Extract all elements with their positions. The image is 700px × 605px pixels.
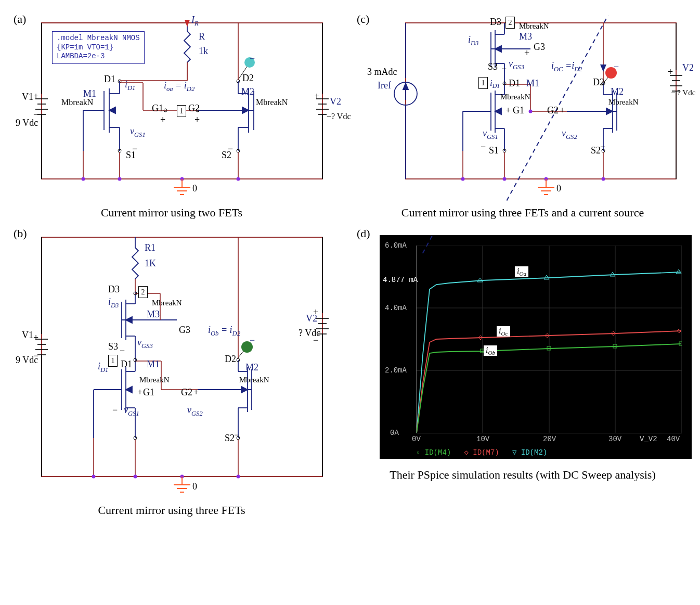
svg-marker-4: [185, 20, 190, 27]
lbl-vGS1: vGS1: [130, 126, 146, 139]
svg-marker-80: [495, 108, 501, 114]
lbl-M1b: M1: [147, 359, 160, 370]
lbl-plusG2b: +: [193, 387, 199, 398]
lbl-iD3c: iD3: [468, 34, 478, 47]
svg-point-174: [92, 475, 96, 479]
plot-axes: [416, 246, 682, 433]
panel-c: (c): [354, 10, 692, 220]
panel-b: (b): [10, 225, 333, 517]
panel-b-label: (b): [14, 227, 27, 240]
probe-minus-c: −: [614, 61, 619, 72]
lbl-R1b: R1: [145, 242, 155, 253]
spice-model-box: .model MbreakN NMOS {KP=1m VTO=1} LAMBDA…: [52, 31, 145, 64]
lbl-Mbk1b: MbreakN: [139, 376, 169, 384]
lbl-V2c: V2: [682, 62, 694, 73]
xtick-0: 0V: [412, 435, 421, 443]
lbl-plusG1c: +: [505, 105, 511, 116]
lbl-vGS2c: vGS2: [562, 128, 577, 141]
panel-a: (a) .model MbreakN NMOS {KP=1m VTO=1} LA…: [10, 10, 333, 220]
lbl-V2valc: − ? Vdc: [671, 88, 695, 97]
lbl-Mbk2c: MbreakN: [608, 98, 638, 107]
probe-minus-a: −: [250, 53, 255, 64]
lbl-IR: IR: [191, 15, 199, 28]
lbl-R: R: [199, 31, 205, 42]
node1-box-b: 1: [108, 355, 118, 367]
node1-box: 1: [177, 105, 186, 117]
lbl-S2mc: −: [600, 141, 605, 152]
lbl-Mbk2b: MbreakN: [239, 376, 269, 384]
lbl-S3mb: −: [120, 345, 125, 356]
xtick-2: 20V: [543, 435, 556, 443]
model-line3: LAMBDA=2e-3: [57, 52, 140, 61]
lbl-G3c: G3: [534, 42, 545, 53]
lbl-G2b: G2: [181, 387, 192, 398]
svg-rect-120: [42, 237, 322, 477]
lbl-M2b: M2: [245, 362, 258, 373]
lbl-S1mc: −: [481, 141, 486, 152]
lbl-Mbk3b: MbreakN: [152, 299, 182, 307]
svg-point-54: [237, 177, 240, 181]
svg-marker-119: [600, 65, 606, 72]
svg-point-177: [237, 475, 240, 479]
schematic-b: 2 1 R1 1K D3 iD3 MbreakN M3 G3 vGS3 S3 −…: [31, 230, 333, 500]
lbl-Rval: 1k: [199, 46, 208, 57]
svg-point-86: [529, 110, 533, 113]
lbl-minusS3c: −: [501, 63, 507, 74]
node2-box-b: 2: [138, 286, 148, 298]
svg-marker-139: [126, 387, 132, 393]
lbl-V1minus: −: [33, 109, 38, 120]
lbl-V2: V2: [330, 96, 341, 107]
schematic-c: 2 1 D3 MbreakN M3 G3 iD3 S3 vGS3 + − iD1…: [374, 16, 686, 203]
lbl-Mbk1c: MbreakN: [500, 93, 530, 101]
lbl-D1c: D1: [509, 78, 520, 89]
xaxis-label: V_V2: [640, 435, 657, 443]
lbl-V2pb: +: [313, 307, 318, 318]
panel-c-label: (c): [357, 12, 369, 26]
trace-lbl-iOa: iOa: [515, 266, 528, 277]
ytick-0: 0A: [390, 429, 399, 437]
lbl-gnd0: 0: [192, 183, 197, 194]
lbl-MbreakN2: MbreakN: [256, 98, 288, 107]
lbl-Irefval: 3 mAdc: [367, 67, 397, 78]
lbl-G2c: G2: [547, 105, 559, 116]
lbl-V2plus: +: [314, 91, 319, 102]
lbl-V1pb: +: [33, 332, 38, 343]
svg-point-109: [461, 177, 465, 181]
plot-legend: ▫ ID(M4) ◇ ID(M7) ▽ ID(M2): [416, 448, 547, 457]
lbl-G1b: G1: [143, 387, 154, 398]
lbl-S3c: S3: [488, 61, 498, 72]
lbl-ioa: ioa = iD2: [164, 80, 195, 93]
lbl-V1: V1: [22, 92, 33, 102]
lbl-iD1: iD1: [125, 79, 135, 92]
caption-c: Current mirror using three FETs and a cu…: [354, 206, 692, 220]
panel-d: (d): [354, 225, 692, 517]
lbl-gnd0b: 0: [192, 481, 197, 492]
lbl-vGS1b: vGS1: [124, 405, 139, 418]
lbl-G1c: G1: [513, 105, 524, 116]
ytick-3: 6.0mA: [385, 241, 407, 250]
caption-a: Current mirror using two FETs: [10, 206, 333, 220]
lbl-plusG1b: +: [137, 387, 142, 398]
lbl-D1b: D1: [121, 359, 132, 370]
lbl-V1b: V1: [22, 330, 33, 341]
lbl-gnd0c: 0: [556, 183, 561, 194]
schematic-b-svg: [31, 230, 333, 500]
lbl-V2val: −? Vdc: [327, 112, 351, 121]
lbl-iD1b: iD1: [98, 361, 108, 374]
lbl-iOb: iOb = iD2: [208, 325, 240, 338]
lbl-Iref: Iref: [378, 80, 391, 91]
lbl-D2: D2: [242, 73, 254, 84]
lbl-S1minus: −: [132, 144, 137, 155]
svg-point-51: [82, 177, 85, 181]
lbl-vGS3b: vGS3: [137, 337, 153, 350]
marker-value: 4.877 mA: [383, 276, 418, 284]
lbl-D2b: D2: [225, 354, 236, 365]
panel-d-label: (d): [357, 227, 370, 240]
lbl-vGS1c: vGS1: [483, 128, 498, 141]
lbl-S2mb: −: [234, 430, 239, 441]
lbl-plusG2c: +: [560, 105, 565, 116]
svg-point-175: [134, 475, 137, 479]
lbl-R1valb: 1K: [145, 258, 156, 269]
lbl-S2c: S2: [591, 145, 601, 156]
lbl-S3b: S3: [108, 341, 118, 352]
